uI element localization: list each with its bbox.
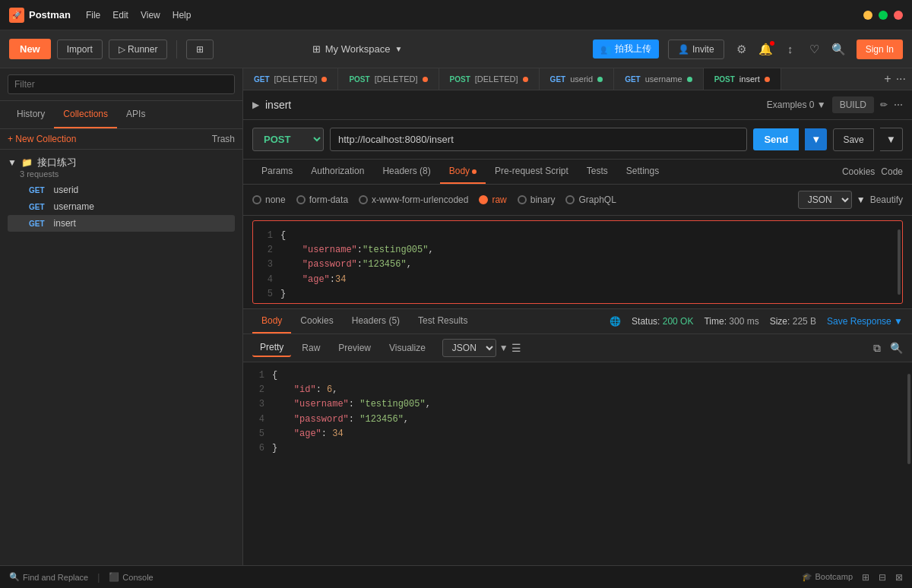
response-format-select[interactable]: JSON — [442, 339, 496, 357]
sidebar-tab-apis[interactable]: APIs — [117, 101, 154, 128]
option-label: form-data — [309, 194, 348, 205]
collection-header[interactable]: ▼ 📁 接口练习 — [8, 156, 235, 169]
runner-button[interactable]: ▷ Runner — [109, 40, 168, 59]
invite-button[interactable]: 👤 Invite — [668, 40, 724, 59]
format-chevron-icon: ▼ — [499, 343, 508, 353]
cookies-link[interactable]: Cookies — [842, 166, 875, 177]
req-tab-headers[interactable]: Headers (8) — [373, 160, 439, 184]
tab-method: GET — [550, 75, 566, 84]
sidebar-tab-collections[interactable]: Collections — [54, 101, 117, 128]
code-editor-body[interactable]: 1 { 2 "username":"testing005", 3 "passwo… — [252, 220, 903, 304]
minimize-button[interactable] — [863, 11, 872, 20]
bell-icon[interactable]: 🔔 — [758, 41, 774, 58]
tab-label: [DELETED] — [475, 74, 518, 84]
menu-file[interactable]: File — [86, 10, 100, 21]
new-collection-button[interactable]: + New Collection — [8, 134, 76, 144]
layout-icon-3[interactable]: ⊠ — [895, 572, 903, 583]
response-scrollbar[interactable] — [907, 374, 910, 464]
build-button[interactable]: BUILD — [832, 96, 874, 113]
resp-body-tab-raw[interactable]: Raw — [294, 340, 328, 356]
more-tabs-button[interactable]: ··· — [896, 72, 906, 86]
tab-item[interactable]: POST [DELETED] — [439, 68, 540, 90]
sign-in-button[interactable]: Sign In — [857, 40, 903, 59]
layout-icon-2[interactable]: ⊟ — [879, 572, 886, 583]
workspace-selector[interactable]: ⊞ My Workspace ▼ — [312, 43, 403, 55]
bootcamp-button[interactable]: 🎓 Bootcamp — [802, 572, 853, 582]
collab-button[interactable]: 👥 拍我上传 — [593, 40, 659, 58]
resp-body-tab-pretty[interactable]: Pretty — [252, 339, 291, 357]
expand-icon[interactable]: ▶ — [252, 100, 259, 110]
request-name: insert — [54, 218, 76, 229]
menu-edit[interactable]: Edit — [112, 10, 128, 21]
close-button[interactable] — [894, 11, 903, 20]
send-button[interactable]: Send — [753, 128, 799, 150]
maximize-button[interactable] — [879, 11, 888, 20]
resp-tab-cookies[interactable]: Cookies — [291, 309, 342, 334]
examples-button[interactable]: Examples 0 ▼ — [767, 100, 826, 110]
search-response-icon[interactable]: 🔍 — [890, 342, 903, 354]
body-option-form-data[interactable]: form-data — [296, 194, 348, 205]
option-label: x-www-form-urlencoded — [372, 194, 468, 205]
req-tab-pre-request[interactable]: Pre-request Script — [486, 160, 578, 184]
radio-none — [252, 195, 261, 204]
body-option-none[interactable]: none — [252, 194, 286, 205]
tab-item[interactable]: GET [DELETED] — [243, 68, 338, 90]
line-number: 4 — [252, 413, 264, 427]
resp-tab-body[interactable]: Body — [252, 309, 291, 334]
vertical-scrollbar[interactable] — [898, 229, 901, 295]
new-button[interactable]: New — [9, 39, 51, 59]
resp-body-tab-preview[interactable]: Preview — [331, 340, 378, 356]
sync-icon[interactable]: ↕ — [782, 41, 799, 58]
body-option-binary[interactable]: binary — [518, 194, 556, 205]
req-tab-body[interactable]: Body — [440, 160, 486, 184]
menu-help[interactable]: Help — [173, 10, 192, 21]
settings-icon[interactable]: ⚙ — [733, 41, 750, 58]
body-option-raw[interactable]: raw — [479, 194, 506, 205]
import-button[interactable]: Import — [57, 40, 103, 59]
tab-item[interactable]: GET userid — [540, 68, 615, 90]
resp-body-tab-visualize[interactable]: Visualize — [382, 340, 433, 356]
tab-item[interactable]: GET username — [614, 68, 703, 90]
beautify-link[interactable]: Beautify — [870, 194, 903, 205]
format-icon[interactable]: ☰ — [511, 342, 521, 354]
method-select[interactable]: POST GET PUT DELETE — [252, 128, 324, 151]
copy-icon[interactable]: ⧉ — [873, 342, 881, 355]
req-tab-tests[interactable]: Tests — [578, 160, 617, 184]
share-icon[interactable]: ⋯ — [894, 100, 903, 110]
body-option-urlencoded[interactable]: x-www-form-urlencoded — [359, 194, 468, 205]
resp-tab-headers[interactable]: Headers (5) — [343, 309, 409, 334]
search-icon[interactable]: 🔍 — [831, 41, 847, 58]
option-label: binary — [530, 194, 556, 205]
json-format-select[interactable]: JSON — [798, 191, 852, 209]
list-item[interactable]: GET userid — [8, 182, 235, 198]
tab-item[interactable]: POST [DELETED] — [338, 68, 439, 90]
save-dropdown-button[interactable]: ▼ — [880, 128, 903, 151]
req-tab-settings[interactable]: Settings — [617, 160, 668, 184]
sidebar-tab-history[interactable]: History — [8, 101, 54, 128]
code-link[interactable]: Code — [881, 166, 903, 177]
req-tab-authorization[interactable]: Authorization — [302, 160, 373, 184]
url-input[interactable] — [330, 128, 747, 151]
list-item[interactable]: GET username — [8, 198, 235, 215]
resp-tab-test-results[interactable]: Test Results — [409, 309, 477, 334]
list-item[interactable]: GET insert — [8, 215, 235, 232]
body-option-graphql[interactable]: GraphQL — [565, 194, 616, 205]
menu-view[interactable]: View — [141, 10, 160, 21]
send-dropdown-button[interactable]: ▼ — [805, 128, 827, 150]
filter-input[interactable] — [8, 74, 235, 94]
logo-icon: 🚀 — [9, 8, 24, 23]
console-button[interactable]: ⬛ Console — [109, 572, 153, 582]
code-line: 3 "password":"123456", — [261, 258, 895, 272]
heart-icon[interactable]: ♡ — [806, 41, 823, 58]
add-tab-button[interactable]: + — [884, 72, 891, 86]
edit-icon[interactable]: ✏ — [880, 100, 888, 110]
save-response-button[interactable]: Save Response ▼ — [827, 316, 903, 327]
statusbar: 🔍 Find and Replace | ⬛ Console 🎓 Bootcam… — [0, 565, 912, 588]
view-toggle[interactable]: ⊞ — [186, 40, 214, 59]
save-button[interactable]: Save — [833, 128, 873, 151]
tab-item-active[interactable]: POST insert — [704, 68, 781, 90]
req-tab-params[interactable]: Params — [252, 160, 302, 184]
find-replace-button[interactable]: 🔍 Find and Replace — [9, 572, 88, 582]
trash-button[interactable]: Trash — [212, 134, 235, 144]
layout-icon-1[interactable]: ⊞ — [862, 572, 869, 583]
